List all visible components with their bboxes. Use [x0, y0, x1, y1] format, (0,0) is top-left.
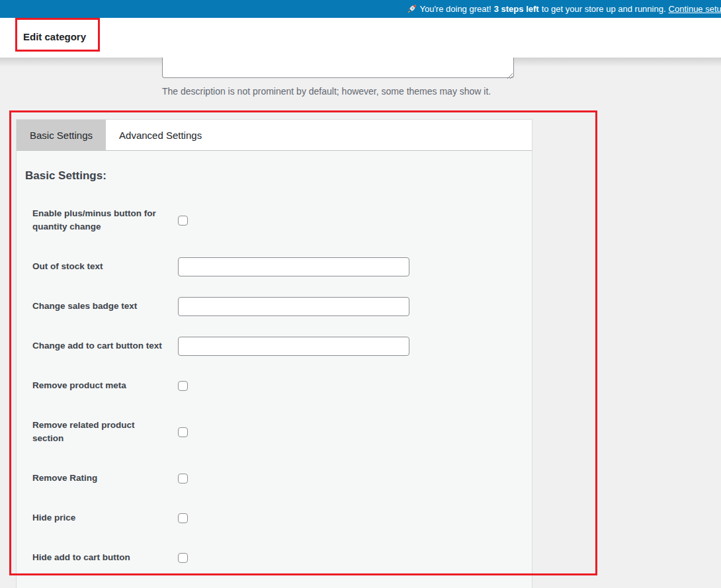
- settings-row-change-add-to-cart-button-text: Change add to cart button text: [32, 339, 532, 353]
- admin-header: Edit category: [0, 18, 721, 58]
- settings-row-out-of-stock-text: Out of stock text: [32, 260, 532, 273]
- out-of-stock-text-input[interactable]: [178, 257, 409, 276]
- field-control-out-of-stock-text: [178, 261, 409, 273]
- textarea-resize-handle[interactable]: [507, 70, 513, 77]
- basic-settings-panel-content: Basic Settings: Enable plus/minus button…: [17, 151, 532, 564]
- field-label-out-of-stock-text: Out of stock text: [32, 260, 178, 273]
- enable-plus-minus-button-for-quantity-change-checkbox[interactable]: [178, 216, 188, 226]
- field-label-change-sales-badge-text: Change sales badge text: [32, 300, 178, 313]
- field-label-change-add-to-cart-button-text: Change add to cart button text: [32, 339, 178, 353]
- field-control-remove-rating: [178, 474, 188, 483]
- settings-row-hide-add-to-cart-button: Hide add to cart button: [32, 551, 532, 564]
- change-add-to-cart-button-text-input[interactable]: [178, 337, 409, 356]
- remove-related-product-section-checkbox[interactable]: [178, 427, 188, 437]
- notice-steps-left: 3 steps left: [494, 4, 539, 14]
- notice-text-suffix: to get your store up and running.: [542, 4, 666, 14]
- remove-rating-checkbox[interactable]: [178, 474, 188, 483]
- hide-add-to-cart-button-checkbox[interactable]: [178, 553, 188, 563]
- remove-product-meta-checkbox[interactable]: [178, 381, 188, 391]
- field-control-remove-product-meta: [178, 381, 188, 391]
- field-label-hide-price: Hide price: [32, 511, 178, 525]
- basic-settings-heading: Basic Settings:: [25, 169, 532, 183]
- field-control-hide-add-to-cart-button: [178, 553, 188, 563]
- settings-row-remove-product-meta: Remove product meta: [32, 379, 532, 392]
- settings-row-hide-price: Hide price: [32, 511, 532, 525]
- category-settings-panel: Basic Settings Advanced Settings Basic S…: [16, 119, 532, 588]
- field-label-remove-product-meta: Remove product meta: [32, 379, 178, 392]
- field-control-remove-related-product-section: [178, 427, 188, 437]
- hide-price-checkbox[interactable]: [178, 513, 188, 523]
- field-label-hide-add-to-cart-button: Hide add to cart button: [32, 551, 178, 564]
- field-control-enable-plus-minus-button-for-quantity-change: [178, 216, 188, 226]
- settings-row-remove-related-product-section: Remove related product section: [32, 419, 532, 445]
- settings-tab-bar: Basic Settings Advanced Settings: [17, 120, 532, 151]
- settings-row-remove-rating: Remove Rating: [32, 472, 532, 485]
- tab-basic-settings[interactable]: Basic Settings: [17, 120, 106, 150]
- settings-row-enable-plus-minus-button-for-quantity-change: Enable plus/minus button for quantity ch…: [32, 207, 532, 233]
- category-description-textarea[interactable]: [162, 58, 514, 78]
- tab-advanced-settings[interactable]: Advanced Settings: [106, 120, 215, 150]
- description-help-text: The description is not prominent by defa…: [162, 86, 491, 97]
- store-setup-notice-bar: You're doing great! 3 steps left to get …: [0, 0, 721, 18]
- store-setup-notice-message: You're doing great! 3 steps left to get …: [404, 0, 721, 18]
- field-label-remove-rating: Remove Rating: [32, 472, 178, 485]
- field-control-change-add-to-cart-button-text: [178, 340, 409, 353]
- field-control-hide-price: [178, 513, 188, 523]
- field-label-remove-related-product-section: Remove related product section: [32, 419, 178, 445]
- field-label-enable-plus-minus-button-for-quantity-change: Enable plus/minus button for quantity ch…: [32, 207, 178, 233]
- page-title: Edit category: [23, 31, 86, 42]
- settings-rows: Enable plus/minus button for quantity ch…: [32, 207, 532, 564]
- settings-row-change-sales-badge-text: Change sales badge text: [32, 300, 532, 313]
- continue-setup-link[interactable]: Continue setup: [669, 4, 721, 14]
- change-sales-badge-text-input[interactable]: [178, 297, 409, 316]
- rocket-icon: [407, 4, 417, 14]
- page: You're doing great! 3 steps left to get …: [0, 0, 721, 588]
- notice-text-prefix: You're doing great!: [419, 4, 491, 14]
- field-control-change-sales-badge-text: [178, 300, 409, 313]
